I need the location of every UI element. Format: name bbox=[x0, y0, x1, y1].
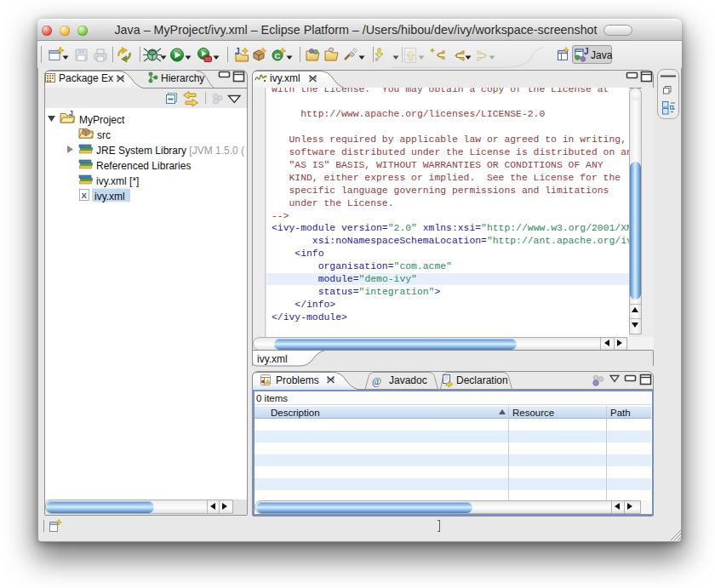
svg-text:ivy.xml: ivy.xml bbox=[257, 353, 288, 365]
svg-text:J: J bbox=[235, 47, 240, 56]
svg-text:ivy.xml [*]: ivy.xml [*] bbox=[96, 175, 139, 187]
svg-text:Javadoc: Javadoc bbox=[389, 374, 427, 386]
svg-text:J: J bbox=[69, 109, 73, 117]
svg-text:JRE System Library [JVM 1.5.0: JRE System Library [JVM 1.5.0 ( bbox=[96, 145, 244, 157]
svg-text:C: C bbox=[275, 51, 281, 60]
svg-text:Java: Java bbox=[591, 49, 613, 61]
svg-text:ivy.xml: ivy.xml bbox=[94, 191, 125, 203]
svg-text:ivy.xml: ivy.xml bbox=[270, 72, 300, 84]
svg-text:Package Ex: Package Ex bbox=[59, 72, 113, 84]
svg-text:X: X bbox=[82, 191, 88, 200]
svg-text:J: J bbox=[584, 47, 589, 56]
svg-text:Problems: Problems bbox=[276, 374, 319, 386]
svg-text:MyProject: MyProject bbox=[79, 114, 125, 126]
svg-text:@: @ bbox=[372, 375, 381, 387]
svg-text:src: src bbox=[97, 129, 111, 141]
svg-text:Referenced Libraries: Referenced Libraries bbox=[96, 160, 191, 172]
svg-text:Declaration: Declaration bbox=[456, 374, 508, 386]
svg-text:Hierarchy: Hierarchy bbox=[161, 72, 204, 84]
